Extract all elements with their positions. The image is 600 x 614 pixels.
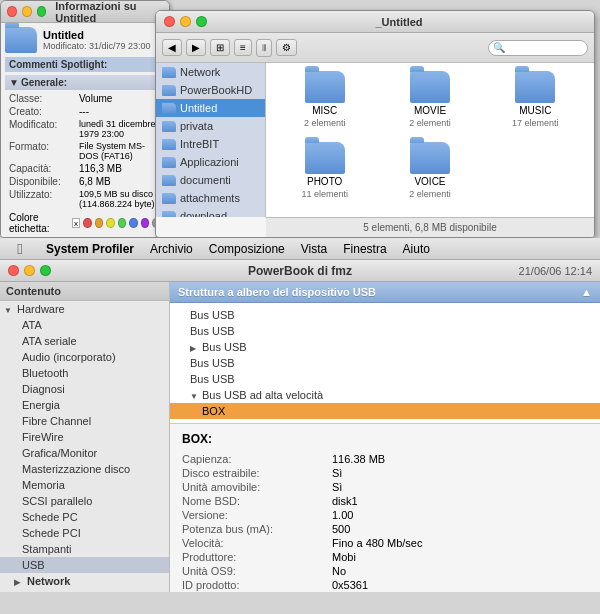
- sort-icon: ▲: [581, 286, 592, 298]
- detail-val: disk1: [332, 495, 358, 507]
- sidebar-item-intrebit[interactable]: IntreBIT: [156, 135, 265, 153]
- menu-archivio[interactable]: Archivio: [142, 240, 201, 258]
- detail-key: Disco estraibile:: [182, 467, 332, 479]
- folder-icon: [162, 85, 176, 96]
- color-dot-green[interactable]: [118, 218, 127, 228]
- search-box[interactable]: 🔍: [488, 40, 588, 56]
- sidebar-item-firewire[interactable]: FireWire: [0, 429, 169, 445]
- sidebar-item-firewall[interactable]: Firewall: [0, 589, 169, 592]
- app-zoom-button[interactable]: [40, 265, 51, 276]
- menu-aiuto[interactable]: Aiuto: [395, 240, 438, 258]
- sidebar-item-audio[interactable]: Audio (incorporato): [0, 349, 169, 365]
- sidebar-item-grafica[interactable]: Grafica/Monitor: [0, 445, 169, 461]
- sidebar-item-network[interactable]: Network: [156, 63, 265, 81]
- sidebar-item-memoria[interactable]: Memoria: [0, 477, 169, 493]
- sidebar-item-untitled[interactable]: Untitled: [156, 99, 265, 117]
- action-button[interactable]: ⚙: [276, 39, 297, 56]
- sidebar-item-documenti[interactable]: documenti: [156, 171, 265, 189]
- folder-misc[interactable]: MISC 2 elementi: [274, 71, 375, 138]
- app-close-button[interactable]: [8, 265, 19, 276]
- app-window-date: 21/06/06 12:14: [519, 265, 592, 277]
- finder-zoom-button[interactable]: [196, 16, 207, 27]
- detail-val: 116.38 MB: [332, 453, 385, 465]
- expand-triangle-icon: ▶: [14, 578, 24, 587]
- sidebar-item-energia[interactable]: Energia: [0, 397, 169, 413]
- usb-item-1[interactable]: Bus USB: [170, 307, 600, 323]
- folder-icon: [5, 27, 37, 53]
- sidebar-item-diagnosi[interactable]: Diagnosi: [0, 381, 169, 397]
- sidebar-item-ata-seriale[interactable]: ATA seriale: [0, 333, 169, 349]
- forward-button[interactable]: ▶: [186, 39, 206, 56]
- view-col-button[interactable]: ⫴: [256, 39, 272, 57]
- content-sidebar: Contenuto ▼ Hardware ATA ATA seriale Aud…: [0, 282, 170, 592]
- sidebar-label: documenti: [180, 174, 231, 186]
- usb-item-4[interactable]: Bus USB: [170, 355, 600, 371]
- sidebar-item-download[interactable]: download: [156, 207, 265, 217]
- app-minimize-button[interactable]: [24, 265, 35, 276]
- no-color-option[interactable]: x: [72, 218, 81, 228]
- sidebar-item-schede-pc[interactable]: Schede PC: [0, 509, 169, 525]
- menu-vista[interactable]: Vista: [293, 240, 335, 258]
- info-icon-row: Untitled Modificato: 31/dic/79 23:00: [5, 27, 165, 53]
- sidebar-item-privata[interactable]: privata: [156, 117, 265, 135]
- detail-key: Unità OS9:: [182, 565, 332, 577]
- expand-triangle-icon: ▶: [190, 344, 202, 353]
- usb-item-3[interactable]: ▶Bus USB: [170, 339, 600, 355]
- folder-movie[interactable]: MOVIE 2 elementi: [379, 71, 480, 138]
- folder-icon-voice: [410, 142, 450, 174]
- sidebar-label: IntreBIT: [180, 138, 219, 150]
- sidebar-item-fibre[interactable]: Fibre Channel: [0, 413, 169, 429]
- color-dot-red[interactable]: [83, 218, 92, 228]
- usb-item-2[interactable]: Bus USB: [170, 323, 600, 339]
- color-dot-purple[interactable]: [141, 218, 150, 228]
- sidebar-item-attachments[interactable]: attachments: [156, 189, 265, 207]
- app-window: PowerBook di fmz 21/06/06 12:14 Contenut…: [0, 260, 600, 614]
- menu-app-name[interactable]: System Profiler: [38, 240, 142, 258]
- sidebar-hardware[interactable]: ▼ Hardware: [0, 301, 169, 317]
- info-row-creato: Creato: ---: [5, 105, 165, 118]
- detail-val: Mobi: [332, 551, 356, 563]
- app-window-title: PowerBook di fmz: [248, 264, 352, 278]
- menu-composizione[interactable]: Composizione: [201, 240, 293, 258]
- detail-row-versione: Versione: 1.00: [182, 508, 588, 522]
- folder-voice[interactable]: VOICE 2 elementi: [379, 142, 480, 209]
- sidebar-item-usb[interactable]: USB: [0, 557, 169, 573]
- sidebar-label: download: [180, 210, 227, 217]
- sidebar-item-stampanti[interactable]: Stampanti: [0, 541, 169, 557]
- sidebar-item-scsi[interactable]: SCSI parallelo: [0, 493, 169, 509]
- zoom-button[interactable]: [37, 6, 47, 17]
- color-dot-yellow[interactable]: [106, 218, 115, 228]
- folder-count-music: 17 elementi: [512, 118, 559, 128]
- general-section-header: ▼ Generale:: [5, 75, 165, 90]
- folder-music[interactable]: MUSIC 17 elementi: [485, 71, 586, 138]
- sidebar-item-network[interactable]: ▶ Network: [0, 573, 169, 589]
- sidebar-item-powerbookhd[interactable]: PowerBookHD: [156, 81, 265, 99]
- finder-close-button[interactable]: [164, 16, 175, 27]
- sidebar-item-bluetooth[interactable]: Bluetooth: [0, 365, 169, 381]
- color-dot-orange[interactable]: [95, 218, 104, 228]
- finder-minimize-button[interactable]: [180, 16, 191, 27]
- sidebar-item-ata[interactable]: ATA: [0, 317, 169, 333]
- apple-menu[interactable]: : [8, 240, 32, 257]
- detail-key: ID prodotto:: [182, 579, 332, 591]
- color-dot-blue[interactable]: [129, 218, 138, 228]
- detail-row-velocita: Velocità: Fino a 480 Mb/sec: [182, 536, 588, 550]
- sidebar-item-applicazioni[interactable]: Applicazioni: [156, 153, 265, 171]
- usb-item-highspeed[interactable]: ▼Bus USB ad alta velocità: [170, 387, 600, 403]
- view-list-button[interactable]: ≡: [234, 39, 252, 56]
- folder-photo[interactable]: PHOTO 11 elementi: [274, 142, 375, 209]
- close-button[interactable]: [7, 6, 17, 17]
- view-icon-button[interactable]: ⊞: [210, 39, 230, 56]
- minimize-button[interactable]: [22, 6, 32, 17]
- info-label: Formato:: [9, 141, 79, 161]
- usb-item-box[interactable]: BOX: [170, 403, 600, 419]
- detail-row-capienza: Capienza: 116.38 MB: [182, 452, 588, 466]
- folder-name-music: MUSIC: [519, 105, 551, 116]
- back-button[interactable]: ◀: [162, 39, 182, 56]
- menu-finestra[interactable]: Finestra: [335, 240, 394, 258]
- usb-item-5[interactable]: Bus USB: [170, 371, 600, 387]
- sidebar-item-schede-pci[interactable]: Schede PCI: [0, 525, 169, 541]
- detail-key: Unità amovibile:: [182, 481, 332, 493]
- info-value: 109,5 MB su disco (114.868.224 byte): [79, 189, 161, 209]
- sidebar-item-masterizzazione[interactable]: Masterizzazione disco: [0, 461, 169, 477]
